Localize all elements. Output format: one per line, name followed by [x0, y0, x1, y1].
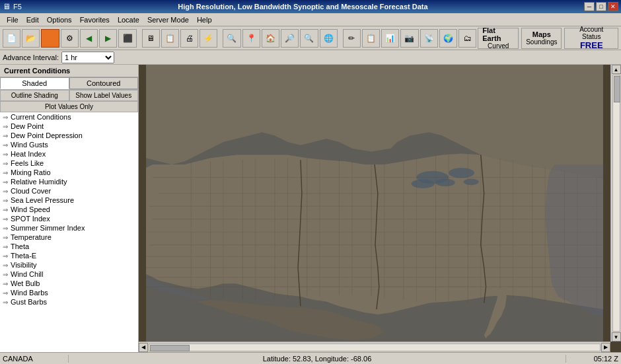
- toolbar-zoom-out-button[interactable]: 🔍: [300, 29, 318, 48]
- toolbar-layer-button[interactable]: 📋: [362, 29, 380, 48]
- toolbar-stop-button[interactable]: 🖥: [142, 29, 160, 48]
- menu-options[interactable]: Options: [43, 15, 76, 25]
- toolbar-loop-button[interactable]: ⬛: [118, 29, 136, 48]
- toolbar-back-button[interactable]: ◀: [80, 29, 98, 48]
- show-label-values-button[interactable]: Show Label Values: [69, 90, 139, 101]
- list-item-label: Wind Chill: [11, 270, 44, 278]
- toolbar-print-button[interactable]: 🖨: [180, 29, 198, 48]
- outline-shading-button[interactable]: Outline Shading: [0, 90, 69, 101]
- list-item-label: Temperature: [11, 233, 52, 241]
- scroll-left-button[interactable]: ◀: [139, 343, 148, 352]
- minimize-button[interactable]: ─: [584, 2, 595, 11]
- list-item[interactable]: ⇒ SPOT Index: [0, 214, 138, 223]
- status-time: 05:12 Z: [566, 355, 618, 363]
- list-item[interactable]: ⇒ Mixing Ratio: [0, 168, 138, 177]
- list-item[interactable]: ⇒ Wind Speed: [0, 205, 138, 214]
- list-item[interactable]: ⇒ Theta-E: [0, 251, 138, 260]
- toolbar-new-button[interactable]: 📄: [3, 29, 20, 48]
- shaded-tab[interactable]: Shaded: [0, 77, 69, 89]
- menu-favorites[interactable]: Favorites: [76, 15, 114, 25]
- list-item[interactable]: ⇒ Theta: [0, 242, 138, 251]
- toolbar-forward-button[interactable]: ▶: [99, 29, 117, 48]
- soundings-label: Soundings: [526, 38, 557, 46]
- toolbar-lightning-button[interactable]: ⚡: [200, 29, 217, 48]
- toolbar-pencil-button[interactable]: ✏: [343, 29, 361, 48]
- shade-tab-row: Shaded Contoured: [0, 77, 138, 90]
- list-item[interactable]: ⇒ Wind Chill: [0, 270, 138, 279]
- list-item[interactable]: ⇒ Feels Like: [0, 159, 138, 168]
- list-item-label: SPOT Index: [11, 215, 50, 223]
- advance-interval-select[interactable]: 1 hr 3 hr 6 hr 12 hr 24 hr: [61, 52, 114, 63]
- maximize-button[interactable]: □: [596, 2, 606, 11]
- scroll-right-button[interactable]: ▶: [601, 343, 610, 352]
- list-item-label: Heat Index: [11, 150, 46, 158]
- toolbar-folder-button[interactable]: 📂: [22, 29, 40, 48]
- statusbar: CANADA Latitude: 52.83, Longitude: -68.0…: [0, 352, 621, 364]
- toolbar-radar-button[interactable]: 📡: [420, 29, 438, 48]
- list-item-label: Gust Barbs: [11, 298, 47, 306]
- menu-locate[interactable]: Locate: [114, 15, 143, 25]
- panel-title: Current Conditions: [0, 65, 138, 77]
- scroll-h-thumb[interactable]: [150, 345, 190, 351]
- left-panel: Current Conditions Shaded Contoured Outl…: [0, 65, 139, 352]
- arrow-icon: ⇒: [3, 141, 8, 149]
- close-button[interactable]: ✕: [608, 2, 618, 11]
- plot-values-only-button[interactable]: Plot Values Only: [0, 102, 138, 112]
- list-item[interactable]: ⇒ Dew Point Depression: [0, 131, 138, 140]
- scroll-v-thumb[interactable]: [614, 76, 620, 102]
- list-item[interactable]: ⇒ Wind Barbs: [0, 288, 138, 297]
- arrow-icon: ⇒: [3, 169, 8, 176]
- list-item[interactable]: ⇒ Current Conditions: [0, 112, 138, 122]
- arrow-icon: ⇒: [3, 243, 8, 250]
- toolbar-globe-button[interactable]: 🌐: [320, 29, 338, 48]
- contoured-tab[interactable]: Contoured: [69, 77, 139, 89]
- flat-earth-button[interactable]: Flat Earth Curved: [478, 28, 519, 49]
- list-item[interactable]: ⇒ Summer Simmer Index: [0, 223, 138, 233]
- arrow-icon: ⇒: [3, 280, 8, 287]
- menu-server-mode[interactable]: Server Mode: [143, 15, 193, 25]
- window-title: High Resolution, Low Bandwidth Synoptic …: [22, 3, 584, 11]
- scroll-up-button[interactable]: ▲: [612, 65, 621, 74]
- advance-interval-row: Advance Interval: 1 hr 3 hr 6 hr 12 hr 2…: [0, 50, 621, 65]
- toolbar-view-button[interactable]: 📋: [161, 29, 179, 48]
- toolbar: 📄 📂 ⚙ ◀ ▶ ⬛ 🖥 📋 🖨 ⚡ 🔍 📍 🏠 🔎 🔍 🌐 ✏ 📋 📊 📷 …: [0, 26, 621, 50]
- list-item[interactable]: ⇒ Temperature: [0, 233, 138, 242]
- list-item[interactable]: ⇒ Cloud Cover: [0, 186, 138, 196]
- list-item[interactable]: ⇒ Heat Index: [0, 149, 138, 159]
- svg-point-21: [412, 179, 435, 188]
- toolbar-locate-button[interactable]: 📍: [242, 29, 260, 48]
- menu-file[interactable]: File: [3, 15, 22, 25]
- toolbar-settings-button[interactable]: ⚙: [61, 29, 79, 48]
- toolbar-sat-button[interactable]: 🌍: [439, 29, 457, 48]
- arrow-icon: ⇒: [3, 299, 8, 306]
- menu-edit[interactable]: Edit: [22, 15, 43, 25]
- toolbar-search-button[interactable]: 🔍: [223, 29, 240, 48]
- titlebar: 🖥 F5 High Resolution, Low Bandwidth Syno…: [0, 0, 621, 13]
- list-item[interactable]: ⇒ Gust Barbs: [0, 297, 138, 307]
- list-item[interactable]: ⇒ Relative Humidity: [0, 177, 138, 186]
- scroll-h-track: [149, 344, 601, 351]
- list-item-label: Dew Point: [11, 122, 44, 130]
- toolbar-home-button[interactable]: 🏠: [262, 29, 279, 48]
- list-item[interactable]: ⇒ Wind Gusts: [0, 140, 138, 149]
- curved-label: Curved: [488, 42, 509, 50]
- status-region: CANADA: [3, 355, 69, 363]
- list-item-label: Relative Humidity: [11, 178, 67, 186]
- list-item[interactable]: ⇒ Wet Bulb: [0, 279, 138, 288]
- maps-soundings-button[interactable]: Maps Soundings: [521, 28, 562, 49]
- toolbar-orange-button[interactable]: [41, 29, 59, 48]
- toolbar-camera-button[interactable]: 📷: [400, 29, 418, 48]
- status-coordinates: Latitude: 52.83, Longitude: -68.06: [69, 355, 566, 363]
- list-item[interactable]: ⇒ Sea Level Pressure: [0, 196, 138, 205]
- toolbar-extra1-button[interactable]: 🗂: [458, 29, 476, 48]
- map-area[interactable]: ▲ ▼ ◀ ▶: [139, 65, 621, 352]
- list-item[interactable]: ⇒ Visibility: [0, 260, 138, 270]
- list-item[interactable]: ⇒ Dew Point: [0, 122, 138, 131]
- toolbar-separator3: [339, 29, 342, 48]
- maps-label: Maps: [532, 30, 551, 38]
- menu-help[interactable]: Help: [193, 15, 216, 25]
- scroll-down-button[interactable]: ▼: [612, 332, 621, 342]
- list-item-label: Theta: [11, 242, 29, 250]
- toolbar-table-button[interactable]: 📊: [381, 29, 399, 48]
- toolbar-zoom-button[interactable]: 🔎: [281, 29, 299, 48]
